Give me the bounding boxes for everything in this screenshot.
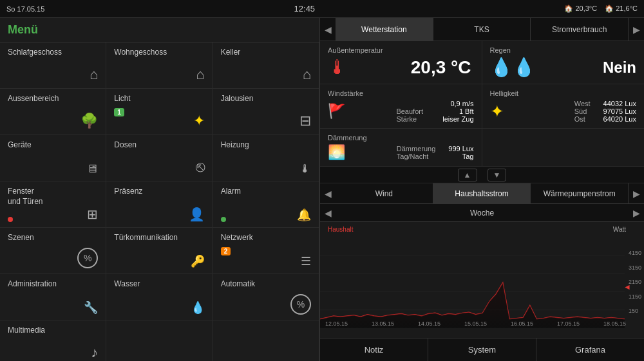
menu-item-aussenbereich[interactable]: Aussenbereich 🌳 bbox=[0, 89, 106, 135]
y-label-1150: 1150 bbox=[629, 293, 641, 300]
menu-item-empty1 bbox=[106, 320, 213, 361]
rain-value: Nein bbox=[603, 59, 636, 77]
menu-item-dosen[interactable]: Dosen ⎋ bbox=[106, 135, 213, 181]
menu-title: Menü bbox=[0, 18, 319, 42]
menu-item-keller[interactable]: Keller ⌂ bbox=[213, 42, 319, 89]
x-label-5: 17.05.15 bbox=[557, 320, 580, 327]
x-label-3: 15.05.15 bbox=[464, 320, 487, 327]
x-label-2: 14.05.15 bbox=[418, 320, 440, 327]
menu-item-schlafgeschoss[interactable]: Schlafgeschoss ⌂ bbox=[0, 42, 106, 89]
home-temp2: 🏠 21,6°C bbox=[605, 5, 638, 13]
tagnacht-value: Tag bbox=[462, 153, 474, 160]
y-label-4150: 4150 bbox=[629, 250, 641, 256]
x-label-4: 16.05.15 bbox=[511, 320, 533, 327]
x-label-1: 13.05.15 bbox=[372, 320, 394, 327]
ost-label: Ost bbox=[574, 115, 585, 123]
time: 12:45 bbox=[294, 4, 316, 14]
tab-tks[interactable]: TKS bbox=[433, 18, 531, 41]
rain-icon: 💧💧 bbox=[490, 57, 535, 78]
licht-badge: 1 bbox=[114, 108, 124, 116]
weather-section: Außentemperatur 🌡 20,3 °C Regen 💧💧 Nein bbox=[320, 41, 644, 84]
nav-up[interactable]: ▲ bbox=[458, 169, 477, 181]
menu-item-automatik[interactable]: Automatik % bbox=[213, 274, 319, 320]
dammerung-section: Dämmerung 🌅 Dämmerung 999 Lux Tag/Nacht … bbox=[320, 129, 644, 167]
sued-label: Süd bbox=[574, 107, 587, 115]
west-label: West bbox=[574, 100, 591, 107]
beaufort-label: Beaufort bbox=[396, 107, 423, 115]
nav-controls: ▲ ▼ bbox=[320, 167, 644, 183]
menu-item-tuerkommunikation[interactable]: Türkommunikation 🔑 bbox=[106, 228, 213, 274]
wind-flag-icon: 🚩 bbox=[328, 103, 345, 120]
right-panel: ◀ Wetterstation TKS Stromverbrauch ▶ Auß… bbox=[320, 18, 644, 361]
sued-value: 97075 Lux bbox=[603, 107, 636, 115]
menu-item-licht[interactable]: Licht 1 ✦ bbox=[106, 89, 213, 135]
outside-temp-value: 20,3 °C bbox=[411, 57, 474, 78]
nav-down[interactable]: ▼ bbox=[488, 169, 507, 181]
menu-grid: Schlafgeschoss ⌂ Wohngeschoss ⌂ Keller ⌂… bbox=[0, 42, 319, 361]
brightness-block: Helligkeit ✦ West 44032 Lux Süd 97075 Lu… bbox=[482, 84, 645, 128]
tab-stromverbrauch[interactable]: Stromverbrauch bbox=[531, 18, 629, 41]
wind-label: Windstärke bbox=[328, 89, 474, 97]
right-nav-grafana[interactable]: Grafana bbox=[536, 338, 644, 361]
chart-area: Haushalt Watt bbox=[320, 222, 644, 338]
rain-block: Regen 💧💧 Nein bbox=[482, 41, 645, 84]
menu-item-empty2 bbox=[213, 320, 319, 361]
y-axis-labels: 4150 3150 2150 1150 150 bbox=[626, 248, 644, 315]
dammer-val-label: Dämmerung bbox=[397, 145, 436, 153]
power-tab-next[interactable]: ▶ bbox=[629, 189, 644, 199]
outside-temp-block: Außentemperatur 🌡 20,3 °C bbox=[320, 41, 482, 84]
rain-label: Regen bbox=[490, 46, 637, 54]
menu-item-geraete[interactable]: Geräte 🖥 bbox=[0, 135, 106, 181]
sun-icon: ✦ bbox=[490, 102, 504, 122]
wind-brightness-section: Windstärke 🚩 0,9 m/s Beaufort 1 Bft bbox=[320, 84, 644, 129]
left-panel: Menü Schlafgeschoss ⌂ Wohngeschoss ⌂ Kel… bbox=[0, 18, 320, 361]
week-prev[interactable]: ◀ bbox=[320, 208, 336, 218]
right-bottom-nav: Notiz System Grafana bbox=[320, 338, 644, 361]
tab-prev-arrow[interactable]: ◀ bbox=[320, 24, 336, 35]
y-label-150: 150 bbox=[629, 308, 641, 314]
top-bar: So 17.05.15 12:45 🏠 20,3°C 🏠 21,6°C bbox=[0, 0, 644, 18]
menu-item-wohngeschoss[interactable]: Wohngeschoss ⌂ bbox=[106, 42, 213, 89]
staerke-value: leiser Zug bbox=[442, 115, 473, 123]
staerke-label: Stärke bbox=[396, 115, 417, 123]
menu-item-multimedia[interactable]: Multimedia ♪ bbox=[0, 320, 106, 361]
tab-wetterstation[interactable]: Wetterstation bbox=[336, 18, 433, 41]
chart-svg bbox=[320, 237, 625, 328]
main-layout: Menü Schlafgeschoss ⌂ Wohngeschoss ⌂ Kel… bbox=[0, 18, 644, 361]
power-tab-haushalt[interactable]: Haushaltsstrom bbox=[433, 183, 531, 203]
menu-item-fenster[interactable]: Fensterund Türen ⊞ bbox=[0, 181, 106, 228]
week-next[interactable]: ▶ bbox=[629, 208, 644, 218]
dammerung-label: Dämmerung bbox=[328, 134, 474, 142]
wind-block: Windstärke 🚩 0,9 m/s Beaufort 1 Bft bbox=[320, 84, 482, 128]
power-tab-bar: ◀ Wind Haushaltsstrom Wärmepumpenstrom ▶ bbox=[320, 183, 644, 204]
beaufort-value: 1 Bft bbox=[459, 107, 474, 115]
datetime: So 17.05.15 bbox=[6, 5, 44, 13]
alarm-dot bbox=[221, 217, 226, 222]
home-temp1: 🏠 20,3°C bbox=[564, 5, 597, 13]
chart-series-label: Haushalt bbox=[323, 223, 358, 236]
chart-arrow-indicator: ◄ bbox=[623, 282, 631, 292]
power-tab-waerme[interactable]: Wärmepumpenstrom bbox=[531, 183, 629, 203]
right-nav-system[interactable]: System bbox=[428, 338, 536, 361]
x-label-0: 12.05.15 bbox=[325, 320, 348, 327]
brightness-label: Helligkeit bbox=[490, 89, 637, 97]
menu-item-netzwerk[interactable]: Netzwerk 2 ☰ bbox=[213, 228, 319, 274]
menu-item-szenen[interactable]: Szenen % bbox=[0, 228, 106, 274]
menu-item-administration[interactable]: Administration 🔧 bbox=[0, 274, 106, 320]
menu-item-wasser[interactable]: Wasser 💧 bbox=[106, 274, 213, 320]
y-label-3150: 3150 bbox=[629, 264, 641, 271]
menu-item-praesenz[interactable]: Präsenz 👤 bbox=[106, 181, 213, 228]
x-label-6: 18.05.15 bbox=[603, 320, 626, 327]
power-tab-prev[interactable]: ◀ bbox=[320, 189, 336, 199]
power-tab-wind[interactable]: Wind bbox=[336, 183, 433, 203]
dammerung-block: Dämmerung 🌅 Dämmerung 999 Lux Tag/Nacht … bbox=[320, 129, 482, 166]
dammer-val: 999 Lux bbox=[448, 145, 473, 153]
thermometer-icon: 🌡 bbox=[328, 57, 347, 79]
dammer-icon: 🌅 bbox=[328, 144, 345, 161]
menu-item-alarm[interactable]: Alarm 🔔 bbox=[213, 181, 319, 228]
tab-next-arrow[interactable]: ▶ bbox=[629, 24, 644, 35]
menu-item-heizung[interactable]: Heizung 🌡 bbox=[213, 135, 319, 181]
right-nav-notiz[interactable]: Notiz bbox=[320, 338, 428, 361]
menu-item-jalousien[interactable]: Jalousien ⊟ bbox=[213, 89, 319, 135]
outside-temp-label: Außentemperatur bbox=[328, 46, 474, 54]
